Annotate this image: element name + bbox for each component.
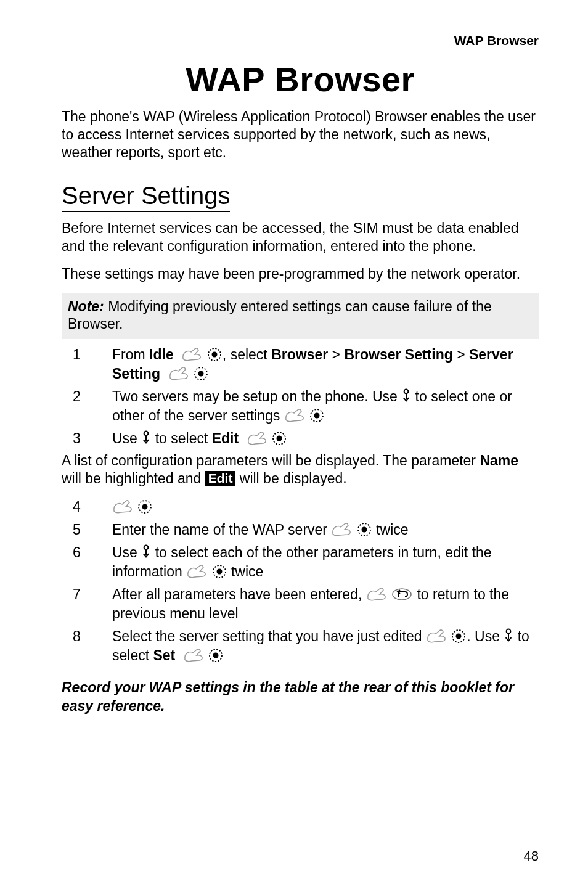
nav-center-icon bbox=[271, 430, 287, 446]
press-hand-icon bbox=[181, 346, 202, 363]
mid-para-c: will be displayed. bbox=[235, 470, 346, 486]
nav-center-icon bbox=[211, 563, 227, 580]
step-2: 2 Two servers may be setup on the phone.… bbox=[73, 387, 539, 425]
press-hand-icon bbox=[112, 499, 133, 515]
section-heading-server-settings: Server Settings bbox=[62, 182, 230, 212]
nav-center-icon bbox=[309, 408, 325, 424]
step-6-text-a: Use bbox=[112, 544, 141, 560]
section-paragraph-1: Before Internet services can be accessed… bbox=[62, 219, 539, 255]
running-header: WAP Browser bbox=[62, 33, 539, 48]
step-3: 3 Use to select Edit bbox=[73, 429, 539, 448]
step-8-text-a: Select the server setting that you have … bbox=[112, 628, 426, 644]
mid-para-b: will be highlighted and bbox=[62, 470, 205, 486]
intro-paragraph: The phone's WAP (Wireless Application Pr… bbox=[62, 108, 539, 161]
step-8-text-b: . Use bbox=[467, 628, 504, 644]
arrow-down-icon bbox=[141, 430, 151, 446]
note-label: Note: bbox=[68, 298, 104, 314]
nav-center-icon bbox=[451, 628, 467, 644]
mid-paragraph: A list of configuration parameters will … bbox=[62, 452, 539, 488]
nav-center-icon bbox=[193, 366, 209, 382]
back-key-icon bbox=[391, 586, 413, 602]
section-paragraph-2: These settings may have been pre-program… bbox=[62, 265, 539, 283]
nav-center-icon bbox=[206, 346, 223, 363]
note-body: Modifying previously entered settings ca… bbox=[68, 298, 492, 332]
step-3-text-a: Use bbox=[112, 430, 141, 446]
step-5-text-b: twice bbox=[372, 522, 409, 538]
nav-center-icon bbox=[137, 499, 153, 515]
press-hand-icon bbox=[331, 522, 352, 538]
step-6-text-c: twice bbox=[227, 563, 264, 580]
edit-badge: Edit bbox=[205, 471, 236, 486]
press-hand-icon bbox=[247, 430, 267, 446]
arrow-down-icon bbox=[401, 388, 411, 404]
press-hand-icon bbox=[186, 563, 207, 580]
nav-center-icon bbox=[356, 522, 372, 538]
page-number: 48 bbox=[524, 848, 539, 864]
step-1: 1 From Idle , select Browser > Browser S… bbox=[73, 345, 539, 383]
press-hand-icon bbox=[284, 408, 305, 424]
step-1-gt2: > bbox=[453, 346, 469, 363]
step-8: 8 Select the server setting that you hav… bbox=[73, 627, 539, 665]
arrow-down-icon bbox=[141, 544, 151, 560]
step-1-gt1: > bbox=[328, 346, 344, 363]
step-1-browser-setting: Browser Setting bbox=[344, 346, 452, 363]
step-1-browser: Browser bbox=[271, 346, 328, 363]
note-box: Note: Modifying previously entered setti… bbox=[62, 293, 539, 340]
page: WAP Browser WAP Browser The phone's WAP … bbox=[0, 0, 588, 889]
step-6-text-b: to select each of the other parameters i… bbox=[112, 544, 492, 580]
step-8-set: Set bbox=[153, 647, 175, 663]
step-7: 7 After all parameters have been entered… bbox=[73, 585, 539, 623]
steps-list-1: 1 From Idle , select Browser > Browser S… bbox=[73, 345, 539, 448]
page-title: WAP Browser bbox=[62, 59, 539, 99]
step-7-text-a: After all parameters have been entered, bbox=[112, 586, 366, 602]
step-3-edit: Edit bbox=[212, 430, 239, 446]
step-3-text-b: to select bbox=[151, 430, 211, 446]
press-hand-icon bbox=[183, 647, 204, 663]
footer-reference: Record your WAP settings in the table at… bbox=[62, 679, 539, 716]
press-hand-icon bbox=[426, 628, 447, 644]
step-1-text-b: , select bbox=[223, 346, 271, 363]
steps-list-2: 4 5 Enter the name of the WAP server twi… bbox=[73, 498, 539, 665]
step-5-text-a: Enter the name of the WAP server bbox=[112, 522, 331, 538]
mid-para-a: A list of configuration parameters will … bbox=[62, 453, 480, 469]
step-4: 4 bbox=[73, 498, 539, 517]
step-2-text-a: Two servers may be setup on the phone. U… bbox=[112, 388, 401, 404]
press-hand-icon bbox=[366, 586, 387, 602]
arrow-down-icon bbox=[504, 628, 513, 644]
step-5: 5 Enter the name of the WAP server twice bbox=[73, 520, 539, 539]
press-hand-icon bbox=[168, 366, 189, 382]
step-1-text-a: From bbox=[112, 346, 149, 363]
step-6: 6 Use to select each of the other parame… bbox=[73, 543, 539, 581]
nav-center-icon bbox=[208, 647, 224, 663]
step-1-idle: Idle bbox=[149, 346, 174, 363]
mid-para-name: Name bbox=[480, 453, 518, 469]
